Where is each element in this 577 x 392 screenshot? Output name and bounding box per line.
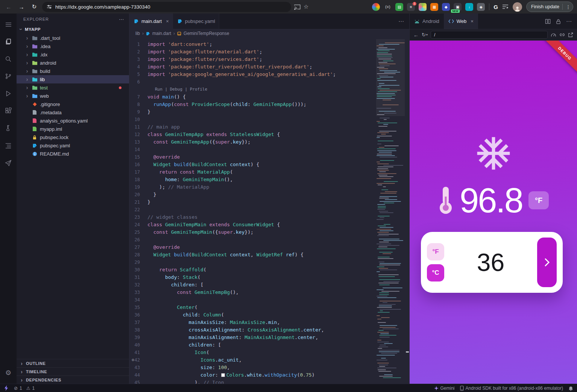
breadcrumb-symbol[interactable]: GeminiTempResponse — [184, 31, 229, 36]
extension-orange-grid[interactable]: ▦ — [430, 3, 438, 11]
profile-avatar[interactable] — [513, 2, 522, 12]
tree-item--idea[interactable]: ›.idea — [17, 42, 129, 50]
url-bar[interactable]: https://idx.google.com/sampleapp-7330340 — [42, 2, 291, 12]
code-text: body: Stack( — [147, 274, 200, 281]
breadcrumb-lib[interactable]: lib — [135, 31, 140, 36]
editor-scrollbar[interactable] — [405, 38, 409, 384]
line-number: 37 — [129, 319, 147, 326]
section-dependencies[interactable]: ›DEPENDENCIES — [17, 375, 129, 384]
project-root-myapp[interactable]: › MYAPP — [17, 25, 129, 34]
remote-indicator[interactable] — [4, 385, 9, 391]
tree-item-web[interactable]: ›web — [17, 92, 129, 100]
pill-menu-icon[interactable]: ⋮ — [566, 4, 571, 10]
preview-back-icon[interactable]: ← — [413, 32, 419, 38]
preview-reload-icon[interactable]: ↻▾ — [422, 32, 428, 38]
tree-item-pubspec-lock[interactable]: pubspec.lock — [17, 133, 129, 141]
warning-count: 1 — [32, 386, 35, 391]
extension-navy[interactable]: ◆ — [442, 3, 450, 11]
code-text: } — [147, 198, 150, 206]
line-number: 39 — [129, 334, 147, 341]
explorer-more-icon[interactable]: ⋯ — [119, 16, 125, 22]
breadcrumb[interactable]: lib › main.dart › GeminiTempResponse — [129, 29, 409, 38]
folder-icon — [32, 61, 38, 65]
deploy-send-icon[interactable] — [0, 154, 17, 171]
breadcrumb-separator: › — [142, 31, 144, 36]
code-lens[interactable]: Run | Debug | Profile — [155, 86, 409, 93]
minimap[interactable] — [376, 39, 405, 382]
copy-link-icon[interactable] — [559, 32, 565, 37]
breadcrumb-main-dart[interactable]: main.dart — [152, 31, 171, 36]
close-icon[interactable]: × — [166, 18, 169, 24]
extension-teal-arrow[interactable]: ↓ — [465, 3, 473, 11]
extension-multicolor-2[interactable] — [419, 3, 427, 11]
tree-item-test[interactable]: ›test — [17, 83, 129, 92]
problems-indicator[interactable]: ⊘ 1 ⚠ 1 — [14, 386, 35, 391]
tab-main-dart[interactable]: main.dart × — [129, 14, 173, 29]
panel-more-icon[interactable]: ⋯ — [566, 18, 572, 25]
tree-item--dart-tool[interactable]: ›.dart_tool — [17, 34, 129, 42]
tree-item-lib[interactable]: ›lib — [17, 75, 129, 83]
tree-item--idx[interactable]: ›.idx — [17, 50, 129, 59]
open-external-icon[interactable] — [568, 32, 573, 37]
tree-item-analysis-options-yaml[interactable]: analysis_options.yaml — [17, 117, 129, 125]
output-list-icon[interactable] — [0, 137, 17, 154]
menu-icon[interactable] — [0, 16, 17, 33]
settings-gear-icon[interactable]: ⚙ — [0, 364, 17, 381]
section-timeline[interactable]: ›TIMELINE — [17, 367, 129, 375]
tree-item--metadata[interactable]: .metadata — [17, 108, 129, 117]
cast-icon[interactable] — [294, 4, 301, 10]
extension-new[interactable]: ▣NEW — [454, 3, 462, 11]
preview-url-input[interactable]: / — [431, 31, 548, 39]
extension-puzzle[interactable]: ◈ — [477, 3, 485, 11]
extension-green-book[interactable]: ▤ — [395, 3, 403, 11]
tab-web-preview[interactable]: Web × — [444, 14, 478, 29]
browser-forward-icon[interactable]: → — [17, 2, 26, 12]
extension-dark-list[interactable]: ≡1 — [407, 3, 415, 11]
code-action-icon[interactable]: ⚙ — [132, 356, 134, 364]
tree-item-build[interactable]: ›build — [17, 67, 129, 75]
doc-icon — [32, 126, 38, 132]
browser-back-icon[interactable]: ← — [4, 2, 14, 12]
notifications-bell-icon[interactable] — [568, 386, 573, 391]
extension-multicolor[interactable] — [372, 3, 380, 11]
site-settings-icon[interactable] — [47, 4, 52, 9]
test-beaker-icon[interactable] — [0, 120, 17, 137]
code-text: import 'package:flutter/services.dart'; — [147, 56, 262, 63]
bookmark-star-icon[interactable]: ☆ — [304, 3, 308, 10]
tree-item-pubspec-yaml[interactable]: pubspec.yaml — [17, 141, 129, 150]
celsius-toggle[interactable]: °C — [427, 264, 444, 282]
gemini-status[interactable]: Gemini — [434, 386, 455, 391]
fahrenheit-toggle[interactable]: °F — [427, 243, 444, 260]
run-debug-icon[interactable] — [0, 85, 17, 102]
extension-parens[interactable]: (≡) — [384, 3, 392, 11]
lock-icon[interactable] — [556, 19, 561, 24]
extensions-icon[interactable] — [0, 102, 17, 120]
device-selector[interactable]: Android SDK built for x86 (android-x86 e… — [460, 386, 563, 391]
editor-more-icon[interactable]: ⋯ — [393, 14, 409, 29]
tree-item-label: .dart_tool — [40, 35, 60, 41]
code-line: 23// widget classes — [129, 213, 409, 221]
close-icon[interactable]: × — [471, 18, 474, 24]
tree-item--gitignore[interactable]: .gitignore — [17, 100, 129, 108]
split-editor-icon[interactable] — [545, 19, 551, 24]
color-swatch[interactable] — [221, 373, 225, 377]
section-outline[interactable]: ›OUTLINE — [17, 359, 129, 367]
tree-item-myapp-iml[interactable]: myapp.iml — [17, 125, 129, 133]
tab-android-preview[interactable]: Android — [410, 14, 444, 29]
tree-item-android[interactable]: ›android — [17, 59, 129, 67]
browser-reload-icon[interactable]: ↻ — [29, 2, 39, 12]
performance-gauge-icon[interactable] — [551, 32, 556, 37]
explorer-icon[interactable] — [0, 33, 17, 50]
tab-pubspec-yaml[interactable]: pubspec.yaml — [173, 14, 219, 29]
input-temperature[interactable]: 36 — [444, 248, 537, 277]
tree-item-label: lib — [40, 77, 45, 82]
code-editor[interactable]: 1import 'dart:convert';2import 'package:… — [129, 38, 409, 384]
finish-update-button[interactable]: Finish update ⋮ — [526, 2, 573, 12]
tree-item-readme-md[interactable]: README.md — [17, 150, 129, 158]
convert-button[interactable] — [537, 238, 557, 287]
search-icon[interactable] — [0, 50, 17, 68]
google-icon[interactable]: G — [493, 4, 498, 10]
source-control-icon[interactable] — [0, 68, 17, 85]
media-queue-icon[interactable] — [502, 4, 509, 9]
code-text: const GeminiTempBg(), — [147, 289, 239, 296]
